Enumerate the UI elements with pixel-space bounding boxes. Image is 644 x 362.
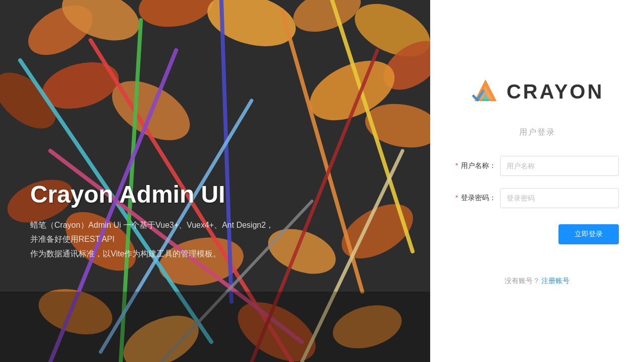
- username-group: * 用户名称：: [455, 156, 619, 176]
- username-label: * 用户名称：: [455, 161, 496, 170]
- register-row: 没有账号？ 注册账号: [455, 277, 619, 286]
- left-content: Crayon Admin UI 蜡笔（Crayon）Admin Ui 一个基于V…: [30, 180, 282, 261]
- logo-text: CRAYON: [507, 80, 604, 103]
- logo-area: CRAYON: [470, 77, 604, 107]
- password-group: * 登录密码：: [455, 188, 619, 208]
- button-row: 立即登录: [455, 220, 619, 260]
- no-account-text: 没有账号？: [505, 277, 540, 285]
- login-title: 用户登录: [519, 127, 555, 138]
- login-button[interactable]: 立即登录: [558, 224, 619, 244]
- right-panel: CRAYON 用户登录 * 用户名称： * 登录密码： 立即登录 没有账号？ 注…: [430, 0, 644, 362]
- password-input[interactable]: [500, 188, 619, 208]
- register-link[interactable]: 注册账号: [541, 277, 570, 285]
- password-required: *: [455, 194, 458, 202]
- left-description: 蜡笔（Crayon）Admin Ui 一个基于Vue3+、Vuex4+、Ant …: [30, 218, 282, 261]
- left-panel: Crayon Admin UI 蜡笔（Crayon）Admin Ui 一个基于V…: [0, 0, 430, 362]
- svg-rect-34: [0, 292, 430, 362]
- password-label: * 登录密码：: [455, 194, 496, 203]
- username-input[interactable]: [500, 156, 619, 176]
- logo-icon: [470, 77, 501, 107]
- left-title: Crayon Admin UI: [30, 180, 282, 208]
- username-required: *: [455, 161, 458, 169]
